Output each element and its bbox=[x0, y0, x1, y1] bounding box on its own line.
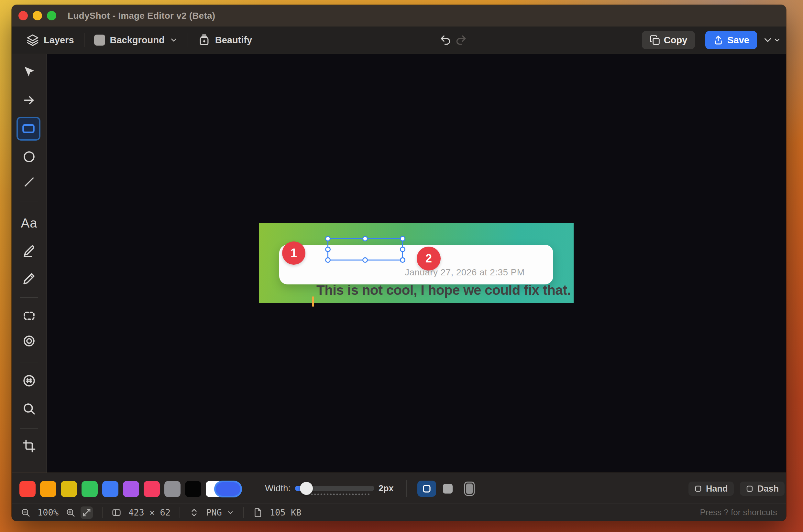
color-palette bbox=[19, 481, 242, 497]
options-separator bbox=[406, 480, 407, 497]
chevron-down-icon bbox=[226, 509, 234, 516]
stroke-width-group: Width: bbox=[265, 473, 374, 504]
tool-crop[interactable] bbox=[20, 437, 38, 455]
tool-counter[interactable] bbox=[20, 372, 38, 390]
minimize-button[interactable] bbox=[33, 11, 42, 20]
save-label: Save bbox=[727, 35, 749, 45]
editor-canvas[interactable]: January 27, 2026 at 2:35 PM This is not … bbox=[47, 54, 786, 473]
redo-icon[interactable] bbox=[455, 34, 467, 46]
copy-icon bbox=[650, 35, 660, 45]
color-swatch-purple[interactable] bbox=[123, 481, 139, 497]
window-title: LudyShot - Image Editor v2 (Beta) bbox=[68, 11, 215, 21]
file-icon bbox=[253, 508, 263, 517]
tool-marker[interactable] bbox=[20, 242, 38, 260]
beautify-button[interactable]: Beautify bbox=[198, 34, 252, 46]
hand-toggle[interactable]: Hand bbox=[689, 481, 734, 496]
dash-toggle[interactable]: Dash bbox=[740, 481, 785, 496]
history-controls bbox=[439, 26, 467, 54]
card-caption: This is not cool, I hope we could fix th… bbox=[316, 283, 571, 298]
tool-pencil[interactable] bbox=[20, 269, 38, 288]
checkbox-icon bbox=[746, 485, 753, 493]
tool-magnify[interactable] bbox=[20, 400, 38, 418]
color-swatch-pink[interactable] bbox=[144, 481, 160, 497]
tool-sidebar: Aa bbox=[12, 54, 47, 473]
image-dimensions: 423 × 62 bbox=[128, 508, 170, 517]
color-swatch-gray[interactable] bbox=[164, 481, 181, 497]
width-slider[interactable] bbox=[295, 486, 374, 491]
chevron-down-icon bbox=[762, 35, 773, 45]
copy-label: Copy bbox=[664, 35, 688, 45]
save-options-expander[interactable] bbox=[762, 35, 781, 45]
toolbar-right: Copy Save bbox=[642, 26, 781, 54]
color-swatch-black[interactable] bbox=[185, 481, 201, 497]
zoom-controls: 100% bbox=[21, 507, 93, 519]
file-size: 105 KB bbox=[270, 508, 302, 517]
fit-to-screen-button[interactable] bbox=[80, 507, 93, 519]
tool-ellipse[interactable] bbox=[20, 148, 38, 166]
tool-spotlight[interactable] bbox=[20, 332, 38, 350]
resize-handle-bottom-middle[interactable] bbox=[362, 257, 368, 263]
color-swatch-orange[interactable] bbox=[40, 481, 56, 497]
zoom-out-icon[interactable] bbox=[21, 508, 31, 517]
counter-badge-2[interactable]: 2 bbox=[417, 247, 441, 270]
width-slider-thumb[interactable] bbox=[300, 482, 313, 495]
spotlight-icon bbox=[22, 334, 36, 348]
zoom-in-icon[interactable] bbox=[66, 508, 75, 517]
counter-badge-1[interactable]: 1 bbox=[282, 242, 306, 265]
color-swatch-green[interactable] bbox=[81, 481, 98, 497]
pointer-icon bbox=[22, 65, 36, 78]
sidebar-divider bbox=[20, 363, 38, 363]
main-area: Aa bbox=[12, 54, 786, 473]
notification-card[interactable]: January 27, 2026 at 2:35 PM This is not … bbox=[279, 245, 553, 284]
undo-icon[interactable] bbox=[439, 34, 452, 46]
selected-color-indicator[interactable] bbox=[214, 481, 242, 497]
tool-arrow[interactable] bbox=[20, 91, 38, 109]
statusbar-separator bbox=[243, 507, 244, 518]
traffic-lights bbox=[18, 11, 56, 20]
magnify-icon bbox=[22, 402, 36, 416]
tool-rectangle[interactable] bbox=[17, 117, 40, 140]
export-icon bbox=[713, 35, 724, 45]
width-value: 2px bbox=[379, 473, 394, 504]
tool-line[interactable] bbox=[20, 173, 38, 191]
chevron-down-icon bbox=[773, 36, 781, 44]
close-button[interactable] bbox=[18, 11, 28, 20]
toolbar-separator bbox=[188, 33, 188, 47]
resize-diagonal-icon bbox=[82, 508, 92, 517]
options-bar: Width: 2px Hand Dash bbox=[12, 473, 786, 504]
resize-handle-top-middle[interactable] bbox=[362, 236, 368, 242]
resize-handle-bottom-left[interactable] bbox=[325, 257, 331, 263]
save-button[interactable]: Save bbox=[705, 31, 757, 49]
shape-style-fill[interactable] bbox=[443, 484, 453, 494]
line-icon bbox=[22, 175, 36, 189]
background-swatch bbox=[94, 35, 105, 45]
layers-button[interactable]: Layers bbox=[26, 34, 74, 46]
selection-rectangle[interactable] bbox=[327, 238, 403, 261]
toolbar-left: Layers Background Beautify bbox=[12, 33, 252, 47]
copy-button[interactable]: Copy bbox=[642, 31, 695, 49]
zoom-level: 100% bbox=[38, 508, 58, 517]
resize-handle-middle-left[interactable] bbox=[325, 247, 331, 252]
toolbar: Layers Background Beautify bbox=[12, 26, 786, 54]
format-selector[interactable]: PNG bbox=[189, 508, 234, 517]
color-swatch-red[interactable] bbox=[19, 481, 36, 497]
resize-handle-top-right[interactable] bbox=[400, 236, 405, 242]
resize-handle-top-left[interactable] bbox=[325, 236, 331, 242]
tool-pointer[interactable] bbox=[20, 63, 38, 81]
rectangle-icon bbox=[21, 121, 36, 136]
shape-style-fill-stroke[interactable] bbox=[464, 481, 475, 496]
color-swatch-blue[interactable] bbox=[102, 481, 118, 497]
shape-style-outline[interactable] bbox=[417, 481, 436, 497]
resize-handle-middle-right[interactable] bbox=[400, 247, 405, 252]
fullscreen-button[interactable] bbox=[47, 11, 56, 20]
edited-screenshot[interactable]: January 27, 2026 at 2:35 PM This is not … bbox=[259, 223, 573, 303]
text-caret bbox=[312, 297, 314, 307]
layers-icon bbox=[26, 34, 39, 46]
tool-text[interactable]: Aa bbox=[20, 214, 38, 232]
layers-label: Layers bbox=[44, 35, 74, 45]
resize-handle-bottom-right[interactable] bbox=[400, 257, 405, 263]
background-dropdown[interactable]: Background bbox=[94, 35, 178, 45]
width-label: Width: bbox=[265, 483, 291, 494]
tool-select-area[interactable] bbox=[20, 307, 38, 325]
color-swatch-yellow[interactable] bbox=[61, 481, 77, 497]
